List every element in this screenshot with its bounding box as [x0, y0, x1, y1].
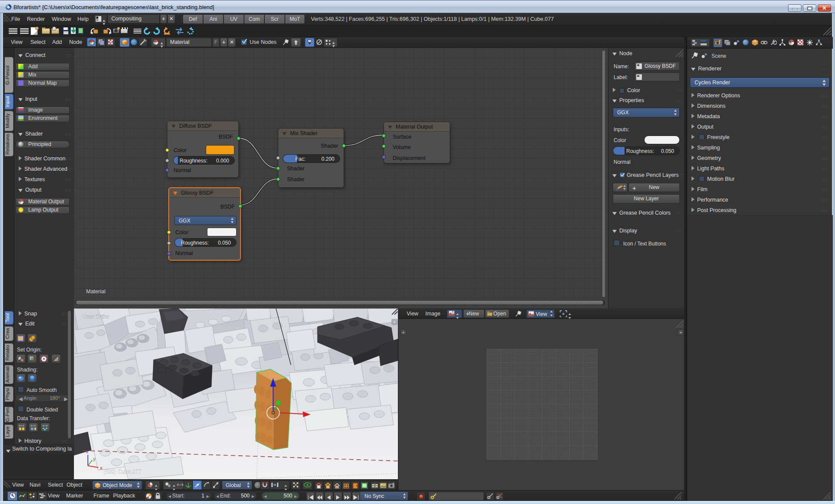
svg-text:z: z — [86, 449, 89, 454]
svg-text:y: y — [93, 456, 96, 461]
svg-text:(500) Cube.077: (500) Cube.077 — [104, 469, 141, 475]
svg-text:User Ortho: User Ortho — [83, 314, 109, 320]
svg-text:x: x — [100, 465, 103, 471]
svg-text:+: + — [393, 319, 396, 325]
